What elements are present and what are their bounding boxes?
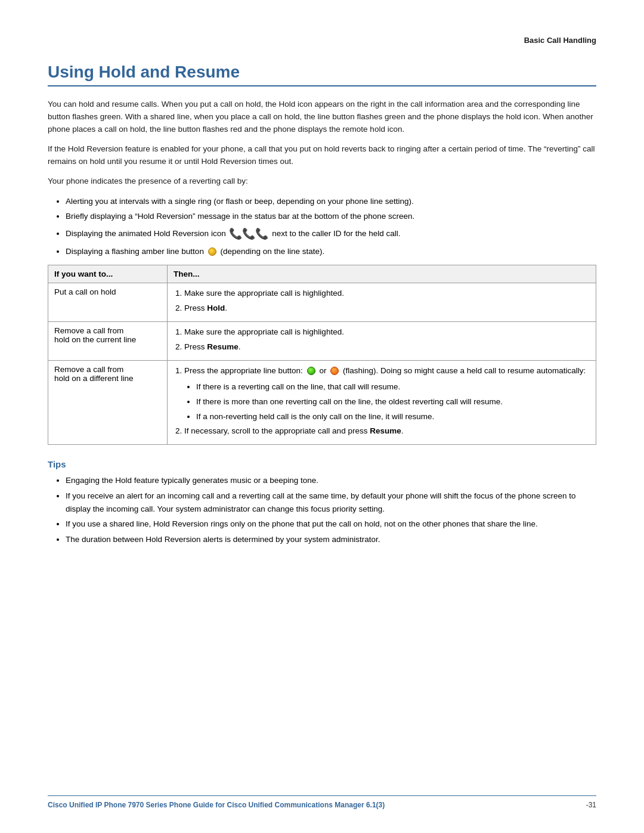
hold-reversion-icon: 📞📞📞 (229, 225, 268, 243)
tips-section: Tips Engaging the Hold feature typically… (48, 459, 596, 546)
table-cell-steps-2: Make sure the appropriate call is highli… (168, 321, 596, 360)
reversion-bullet-list: Alerting you at intervals with a single … (66, 195, 596, 258)
sub-bullet-item: If a non-reverting held call is the only… (196, 411, 590, 423)
step-item: Make sure the appropriate call is highli… (184, 287, 590, 300)
body-paragraph-2: If the Hold Reversion feature is enabled… (48, 143, 596, 168)
tips-item-1: Engaging the Hold feature typically gene… (66, 474, 596, 487)
bullet-item-3: Displaying the animated Hold Reversion i… (66, 225, 596, 243)
section-header: Basic Call Handling (48, 36, 596, 45)
step-item: Make sure the appropriate call is highli… (184, 326, 590, 339)
table-cell-steps-1: Make sure the appropriate call is highli… (168, 283, 596, 322)
step-item: Press the appropriate line button: or (f… (184, 365, 590, 423)
amber-dot-icon (208, 247, 216, 256)
sub-bullet-item: If there is more than one reverting call… (196, 396, 590, 408)
procedure-table: If you want to... Then... Put a call on … (48, 265, 596, 445)
bullet-item-2: Briefly displaying a “Hold Reversion” me… (66, 210, 596, 223)
table-cell-action-2: Remove a call fromhold on the current li… (48, 321, 168, 360)
table-cell-action-1: Put a call on hold (48, 283, 168, 322)
table-row: Remove a call fromhold on the current li… (48, 321, 596, 360)
footer-left-text: Cisco Unified IP Phone 7970 Series Phone… (48, 801, 385, 809)
body-paragraph-3: Your phone indicates the presence of a r… (48, 175, 596, 188)
bullet-item-1: Alerting you at intervals with a single … (66, 195, 596, 208)
table-cell-steps-3: Press the appropriate line button: or (f… (168, 360, 596, 445)
table-col2-header: Then... (168, 265, 596, 283)
tips-bullet-list: Engaging the Hold feature typically gene… (66, 474, 596, 546)
sub-bullet-list: If there is a reverting call on the line… (196, 381, 590, 423)
sub-bullet-item: If there is a reverting call on the line… (196, 381, 590, 394)
page: Basic Call Handling Using Hold and Resum… (0, 0, 644, 833)
footer-page-number: -31 (586, 801, 596, 809)
bullet-item-4: Displaying a flashing amber line button … (66, 245, 596, 258)
step-item: If necessary, scroll to the appropriate … (184, 425, 590, 438)
table-col1-header: If you want to... (48, 265, 168, 283)
tips-item-3: If you use a shared line, Hold Reversion… (66, 518, 596, 531)
tips-title: Tips (48, 459, 596, 469)
table-row: Put a call on hold Make sure the appropr… (48, 283, 596, 322)
page-footer: Cisco Unified IP Phone 7970 Series Phone… (48, 795, 596, 809)
step-item: Press Resume. (184, 341, 590, 354)
tips-item-4: The duration between Hold Reversion aler… (66, 533, 596, 546)
step-item: Press Hold. (184, 302, 590, 315)
table-row: Remove a call fromhold on a different li… (48, 360, 596, 445)
body-paragraph-1: You can hold and resume calls. When you … (48, 98, 596, 136)
orange-dot-icon (330, 367, 339, 375)
section-label: Basic Call Handling (524, 36, 596, 45)
page-title: Using Hold and Resume (48, 63, 596, 86)
table-cell-action-3: Remove a call fromhold on a different li… (48, 360, 168, 445)
tips-item-2: If you receive an alert for an incoming … (66, 490, 596, 515)
green-dot-icon (307, 367, 315, 375)
